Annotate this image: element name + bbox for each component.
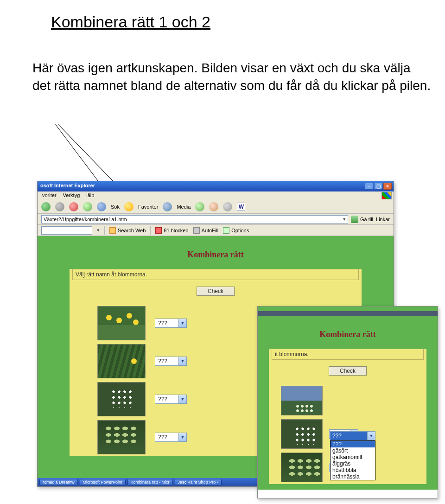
links-label[interactable]: Linkar <box>376 217 390 222</box>
go-label: Gå till <box>360 217 373 222</box>
taskbar-button[interactable]: romedia Dreamw <box>39 479 78 485</box>
stop-icon[interactable] <box>69 202 78 211</box>
google-toolbar: ▾ Search Web 81 blocked AutoFill Options <box>38 225 394 236</box>
close-button[interactable]: × <box>383 183 392 190</box>
toolbar: Sök Favoriter Media W <box>38 200 394 214</box>
forward-icon[interactable] <box>55 202 64 211</box>
plant-thumbnail <box>281 453 323 482</box>
separator <box>150 226 151 235</box>
menu-favoriter[interactable]: voriter <box>42 192 57 199</box>
plant-thumbnail <box>97 420 146 454</box>
popup-blocked-label: 81 blocked <box>164 228 188 233</box>
check-button[interactable]: Check <box>197 287 235 296</box>
chevron-down-icon[interactable]: ▾ <box>97 227 100 233</box>
separator <box>104 226 105 235</box>
select-value: ??? <box>155 395 178 403</box>
plant-thumbnail <box>97 382 146 416</box>
favorites-icon[interactable] <box>124 202 134 211</box>
menu-verktyg[interactable]: Verktyg <box>63 192 80 199</box>
search-icon[interactable] <box>97 202 106 211</box>
windows-logo-icon <box>381 192 392 199</box>
screenshot-dropdown: Kombinera rätt it blommorna. Check ??? ▼… <box>257 306 438 498</box>
select-option[interactable]: gatkamomill <box>331 454 375 460</box>
go-button[interactable]: Gå till <box>351 216 373 223</box>
search-web-button[interactable]: Search Web <box>109 227 146 234</box>
autofill-icon <box>193 227 200 234</box>
select-option[interactable]: brännässla <box>331 473 375 480</box>
address-bar: Växter2/Uppgifter/kombinera1a1.htm ▾ Gå … <box>38 214 394 225</box>
page-content: Kombinera rätt it blommorna. Check ??? ▼… <box>258 306 438 490</box>
search-web-label: Search Web <box>118 228 146 233</box>
select-option[interactable]: älggräs <box>331 460 375 467</box>
popup-icon <box>155 227 162 234</box>
select-value: ??? <box>155 357 178 365</box>
menu-hjalp[interactable]: lälp <box>86 192 94 199</box>
answer-select[interactable]: ??? ▼ <box>155 357 187 366</box>
autofill-label: AutoFill <box>202 228 219 233</box>
print-icon[interactable] <box>223 202 232 211</box>
history-icon[interactable] <box>195 202 204 211</box>
popup-blocked-button[interactable]: 81 blocked <box>155 227 188 234</box>
address-url: Växter2/Uppgifter/kombinera1a1.htm <box>44 217 127 222</box>
select-listbox[interactable]: ??? gäsört gatkamomill älggräs höstfibbl… <box>330 440 375 480</box>
answer-select[interactable]: ??? ▼ <box>155 395 187 404</box>
options-button[interactable]: Options <box>223 227 249 234</box>
autofill-button[interactable]: AutoFill <box>193 227 219 234</box>
quiz-panel: it blommorna. Check ??? ▼ ??? ▼ <box>269 349 426 484</box>
select-value-selected: ??? <box>331 432 367 440</box>
refresh-icon[interactable] <box>83 202 92 211</box>
media-icon[interactable] <box>163 202 172 211</box>
address-input[interactable]: Växter2/Uppgifter/kombinera1a1.htm ▾ <box>41 215 348 223</box>
back-icon[interactable] <box>41 202 51 211</box>
chevron-down-icon[interactable]: ▾ <box>343 216 346 222</box>
menu-bar: voriter Verktyg lälp <box>38 191 394 200</box>
answer-select[interactable]: ??? ▼ <box>155 433 187 442</box>
instruction-box: Välj rätt namn åt blommorna. <box>72 269 359 280</box>
google-search-input[interactable] <box>41 226 92 235</box>
go-icon <box>351 216 358 223</box>
window-titlebar: osoft Internet Explorer – ▢ × <box>38 181 394 191</box>
quiz-row <box>269 384 426 417</box>
chevron-down-icon[interactable]: ▼ <box>178 395 186 403</box>
mail-icon[interactable] <box>209 202 218 211</box>
select-value: ??? <box>155 319 178 327</box>
answer-select[interactable]: ??? ▼ <box>155 319 187 328</box>
select-option[interactable]: gäsört <box>331 447 375 454</box>
toolbar-sok-label[interactable]: Sök <box>111 204 120 210</box>
chevron-down-icon[interactable]: ▼ <box>178 433 186 441</box>
plant-thumbnail <box>281 386 323 415</box>
chevron-down-icon[interactable]: ▼ <box>178 357 186 365</box>
plant-thumbnail <box>97 306 146 340</box>
select-value: ??? <box>155 433 178 441</box>
taskbar-button[interactable]: Jasc Paint Shop Pro - <box>175 479 222 485</box>
minimize-button[interactable]: – <box>365 183 373 190</box>
plant-thumbnail <box>281 419 323 449</box>
maximize-button[interactable]: ▢ <box>374 183 382 190</box>
options-label: Options <box>231 228 249 233</box>
content-heading: Kombinera rätt <box>258 316 438 346</box>
select-option[interactable]: höstfibbla <box>331 467 375 473</box>
instruction-box: it blommorna. <box>272 349 424 360</box>
taskbar-button[interactable]: Microsoft PowerPoint <box>80 479 126 485</box>
page-paragraph: Här övas igen artkunskapen. Bilden visar… <box>32 59 431 95</box>
page-title: Kombinera rätt 1 och 2 <box>51 13 210 31</box>
answer-select-open[interactable]: ??? ▼ ??? gäsört gatkamomill älggräs hös… <box>330 431 375 480</box>
content-heading: Kombinera rätt <box>38 236 394 266</box>
taskbar-button[interactable]: Kombinera rätt - Micr <box>127 479 173 485</box>
toolbar-media-label[interactable]: Media <box>177 204 191 210</box>
chevron-down-icon[interactable]: ▼ <box>367 432 375 440</box>
check-button[interactable]: Check <box>329 366 367 376</box>
search-icon <box>109 227 116 234</box>
toolbar-favoriter-label[interactable]: Favoriter <box>138 204 158 210</box>
select-option[interactable]: ??? <box>331 441 375 447</box>
window-title: osoft Internet Explorer <box>40 183 95 188</box>
chevron-down-icon[interactable]: ▼ <box>178 319 186 327</box>
plant-thumbnail <box>97 344 146 378</box>
word-icon[interactable]: W <box>237 203 245 211</box>
options-icon <box>223 227 229 234</box>
